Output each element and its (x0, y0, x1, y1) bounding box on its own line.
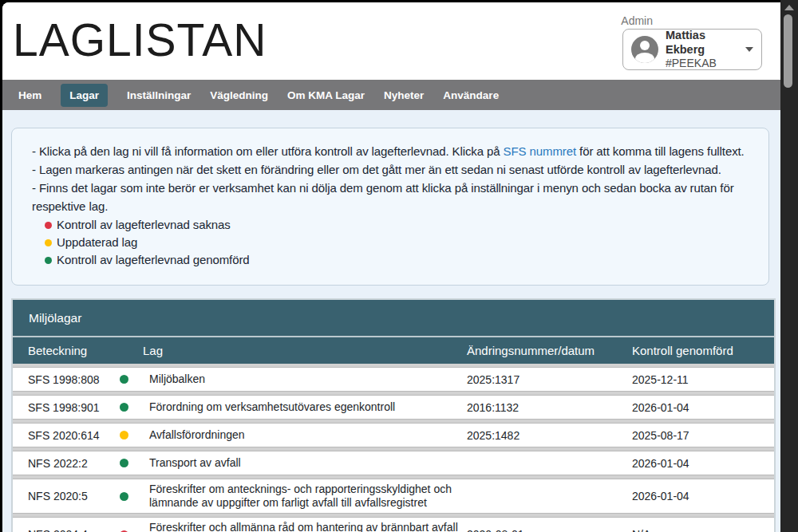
cell-lag: Miljöbalken (143, 369, 467, 389)
cell-lag: Transport av avfall (143, 453, 467, 473)
cell-kontroll: 2026-01-04 (632, 401, 774, 414)
cell-kontroll: 2026-01-04 (632, 457, 774, 470)
cell-andringsnummer: 2025:1482 (467, 429, 632, 442)
app-window: LAGLISTAN Admin Mattias Ekberg #PEEKAB H… (2, 2, 780, 532)
nav-item-om-kma-lagar[interactable]: Om KMA Lagar (287, 84, 365, 107)
legend-item-yellow: Uppdaterad lag (45, 234, 749, 251)
cell-kontroll: N/A (632, 528, 774, 532)
table-title: Miljölagar (13, 300, 774, 337)
legend-red-dot-icon (45, 222, 52, 229)
nav-item-anv-ndare[interactable]: Användare (443, 84, 499, 107)
nav-item-v-gledning[interactable]: Vägledning (210, 84, 268, 107)
cell-andringsnummer: 2020-08-01 (467, 528, 632, 532)
legend-yellow-dot-icon (45, 239, 52, 246)
instruction-line-2: - Lagen markeras antingen när det skett … (32, 160, 749, 179)
instruction-line-3: - Finns det lagar som inte berör er verk… (32, 179, 749, 215)
chevron-down-icon (745, 47, 753, 52)
user-avatar-icon (631, 36, 658, 63)
legend-green-dot-icon (45, 257, 52, 264)
scroll-up-icon[interactable] (784, 5, 794, 10)
instructions-panel: - Klicka på den lag ni vill få informati… (11, 128, 769, 286)
column-header-andringsnummer: Ändringsnummer/datum (467, 344, 632, 357)
instruction-line-1-pre: - Klicka på den lag ni vill få informati… (32, 144, 504, 158)
table-header-row: Beteckning Lag Ändringsnummer/datum Kont… (13, 337, 774, 364)
instruction-line-1-post: för att komma till lagens fulltext. (576, 144, 745, 158)
main-content: - Klicka på den lag ni vill få informati… (2, 110, 780, 532)
law-row-sfs-2020-614[interactable]: SFS 2020:614Avfallsförordningen2025:1482… (13, 423, 774, 447)
cell-beteckning[interactable]: SFS 1998:808 (13, 373, 105, 386)
app-header: LAGLISTAN Admin Mattias Ekberg #PEEKAB (2, 2, 780, 80)
cell-status (105, 459, 143, 467)
status-yellow-dot-icon (120, 431, 128, 439)
nav-item-nyheter[interactable]: Nyheter (384, 84, 424, 107)
app-logo: LAGLISTAN (13, 14, 267, 66)
cell-lag: Föreskrifter och allmänna råd om hanteri… (143, 518, 467, 532)
column-header-kontroll: Kontroll genomförd (632, 344, 774, 357)
cell-lag: Förordning om verksamhetsutövares egenko… (143, 397, 467, 417)
legend-item-red: Kontroll av lagefterlevnad saknas (45, 216, 749, 234)
column-header-lag: Lag (143, 344, 467, 357)
law-table: Miljölagar Beteckning Lag Ändringsnummer… (11, 298, 776, 532)
role-label: Admin (621, 14, 653, 27)
law-row-sfs-1998-808[interactable]: SFS 1998:808Miljöbalken2025:13172025-12-… (13, 367, 774, 392)
legend-label: Kontroll av lagefterlevnad saknas (57, 216, 231, 234)
status-green-dot-icon (120, 459, 128, 467)
page-scrollbar[interactable] (780, 0, 798, 532)
table-body: SFS 1998:808Miljöbalken2025:13172025-12-… (13, 367, 774, 532)
status-green-dot-icon (120, 375, 128, 384)
user-name: Mattias Ekberg (666, 28, 742, 57)
cell-status (105, 492, 143, 501)
cell-beteckning[interactable]: NFS 2020:5 (13, 490, 105, 502)
instruction-line-1: - Klicka på den lag ni vill få informati… (32, 142, 749, 160)
nav-item-lagar[interactable]: Lagar (61, 84, 108, 107)
status-green-dot-icon (120, 403, 128, 412)
main-nav: HemLagarInställningarVägledningOm KMA La… (2, 80, 780, 110)
cell-beteckning[interactable]: SFS 1998:901 (13, 401, 105, 414)
cell-status (105, 403, 143, 412)
cell-lag: Föreskrifter om antecknings- och rapport… (143, 479, 467, 513)
column-header-beteckning: Beteckning (13, 344, 143, 357)
scrollbar-thumb[interactable] (784, 14, 792, 88)
cell-kontroll: 2026-01-04 (632, 490, 774, 502)
cell-andringsnummer: 2025:1317 (467, 373, 632, 386)
user-menu-button[interactable]: Mattias Ekberg #PEEKAB (622, 29, 762, 70)
law-row-nfs-2020-5[interactable]: NFS 2020:5Föreskrifter om antecknings- o… (13, 479, 774, 514)
user-company: #PEEKAB (666, 57, 742, 71)
legend-label: Uppdaterad lag (57, 234, 137, 251)
sfs-number-link[interactable]: SFS nummret (504, 144, 576, 158)
cell-beteckning[interactable]: NFS 2022:2 (13, 457, 105, 470)
legend-item-green: Kontroll av lagefterlevnad genomförd (45, 251, 749, 269)
nav-item-hem[interactable]: Hem (18, 84, 41, 107)
cell-beteckning[interactable]: SFS 2020:614 (13, 429, 105, 442)
nav-item-inst-llningar[interactable]: Inställningar (127, 84, 191, 107)
cell-status (105, 431, 143, 439)
cell-andringsnummer: 2016:1132 (467, 401, 632, 414)
law-row-sfs-1998-901[interactable]: SFS 1998:901Förordning om verksamhetsutö… (13, 395, 774, 420)
cell-status (105, 375, 143, 384)
law-row-nfs-2004-4[interactable]: NFS 2004:4Föreskrifter och allmänna råd … (13, 517, 774, 532)
cell-kontroll: 2025-08-17 (632, 429, 774, 442)
cell-beteckning[interactable]: NFS 2004:4 (13, 528, 105, 532)
law-row-nfs-2022-2[interactable]: NFS 2022:2Transport av avfall2026-01-04 (13, 451, 774, 475)
user-info: Mattias Ekberg #PEEKAB (666, 28, 742, 71)
cell-lag: Avfallsförordningen (143, 425, 467, 445)
legend-label: Kontroll av lagefterlevnad genomförd (57, 251, 250, 269)
status-legend: Kontroll av lagefterlevnad saknasUppdate… (32, 216, 749, 269)
status-green-dot-icon (120, 492, 128, 501)
cell-kontroll: 2025-12-11 (632, 373, 774, 386)
